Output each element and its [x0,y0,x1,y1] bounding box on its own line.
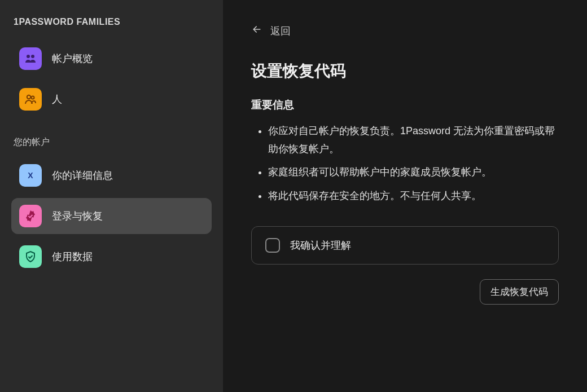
section-heading: 重要信息 [251,98,559,112]
sidebar-item-label: 人 [52,93,62,106]
sidebar-item-label: 使用数据 [52,250,93,263]
sidebar-section-label: 您的帐户 [11,136,212,148]
sidebar-item-people[interactable]: 人 [11,81,212,117]
sidebar-header: 1PASSWORD FAMILIES [11,17,212,27]
svg-point-2 [27,95,30,99]
people-group-icon [19,47,42,70]
list-item: 你应对自己帐户的恢复负责。1Password 无法为你重置密码或帮助你恢复帐户。 [268,122,559,158]
svg-point-0 [27,55,30,58]
sidebar-item-account-overview[interactable]: 帐户概览 [11,41,212,77]
shield-check-icon [19,245,42,268]
list-item: 将此代码保存在安全的地方。不与任何人共享。 [268,187,559,205]
back-link[interactable]: 返回 [251,24,559,38]
back-label: 返回 [270,24,291,38]
user-letter-icon: X [19,164,42,187]
badge-check-icon [19,205,42,227]
sidebar-item-label: 登录与恢复 [52,209,103,223]
info-bullet-list: 你应对自己帐户的恢复负责。1Password 无法为你重置密码或帮助你恢复帐户。… [251,122,559,210]
confirm-box: 我确认并理解 [251,226,559,265]
action-row: 生成恢复代码 [251,279,559,305]
svg-text:X: X [28,171,33,180]
confirm-checkbox[interactable] [265,238,280,253]
confirm-label: 我确认并理解 [290,239,351,252]
generate-recovery-code-button[interactable]: 生成恢复代码 [480,279,559,305]
page-title: 设置恢复代码 [251,60,559,82]
arrow-left-icon [251,24,262,38]
sidebar-item-login-recovery[interactable]: 登录与恢复 [11,198,212,234]
sidebar-item-your-details[interactable]: X 你的详细信息 [11,157,212,193]
list-item: 家庭组织者可以帮助帐户中的家庭成员恢复帐户。 [268,164,559,182]
sidebar-item-label: 帐户概览 [52,52,93,65]
svg-point-3 [32,96,34,99]
sidebar-item-usage-data[interactable]: 使用数据 [11,239,212,275]
main-content: 返回 设置恢复代码 重要信息 你应对自己帐户的恢复负责。1Password 无法… [223,0,587,392]
people-icon [19,88,42,111]
svg-point-1 [31,55,34,58]
sidebar: 1PASSWORD FAMILIES 帐户概览 人 您的帐户 [0,0,223,392]
sidebar-item-label: 你的详细信息 [52,169,113,182]
